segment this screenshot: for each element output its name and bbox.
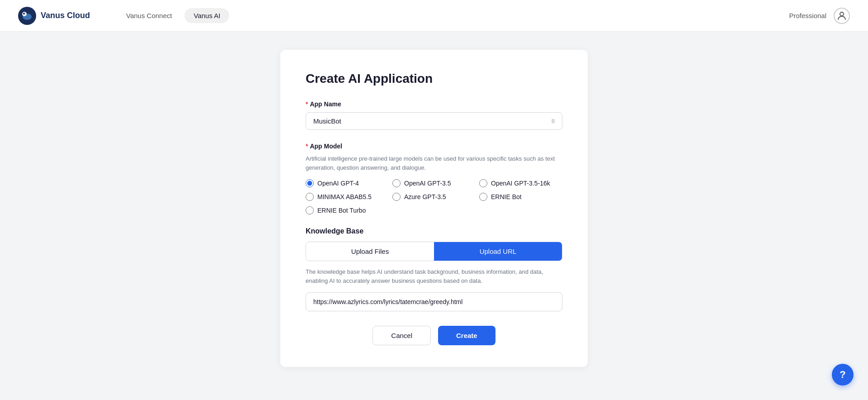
model-erniebot-label: ERNIE Bot bbox=[491, 193, 522, 200]
main-content: Create AI Application * App Name 8 * App… bbox=[0, 32, 868, 385]
radio-erniebot[interactable] bbox=[479, 193, 487, 201]
radio-minimax[interactable] bbox=[306, 193, 314, 201]
model-option-minimax[interactable]: MINIMAX ABAB5.5 bbox=[306, 193, 389, 201]
kb-tab-buttons: Upload Files Upload URL bbox=[306, 242, 562, 261]
model-gpt4-label: OpenAI GPT-4 bbox=[317, 180, 359, 187]
tab-upload-files[interactable]: Upload Files bbox=[306, 242, 434, 261]
knowledge-base-label: Knowledge Base bbox=[306, 227, 562, 235]
url-input[interactable] bbox=[306, 292, 562, 311]
app-name-label: * App Name bbox=[306, 100, 562, 108]
create-app-card: Create AI Application * App Name 8 * App… bbox=[280, 50, 588, 367]
radio-azuregpt35[interactable] bbox=[392, 193, 401, 201]
app-name-input[interactable] bbox=[313, 117, 547, 125]
model-option-gpt4[interactable]: OpenAI GPT-4 bbox=[306, 179, 389, 187]
cancel-button[interactable]: Cancel bbox=[373, 326, 431, 345]
app-name-input-wrapper: 8 bbox=[306, 112, 562, 130]
radio-gpt4[interactable] bbox=[306, 179, 314, 187]
app-name-section: * App Name 8 bbox=[306, 100, 562, 130]
app-model-description: Artificial intelligence pre-trained larg… bbox=[306, 154, 562, 172]
kb-description: The knowledge base helps AI understand t… bbox=[306, 267, 562, 285]
action-buttons: Cancel Create bbox=[306, 326, 562, 345]
main-nav: Vanus Connect Vanus AI bbox=[117, 8, 229, 23]
char-count: 8 bbox=[547, 118, 555, 124]
required-star-model: * bbox=[306, 143, 308, 150]
svg-point-3 bbox=[23, 13, 25, 14]
model-gpt3516k-label: OpenAI GPT-3.5-16k bbox=[491, 180, 550, 187]
help-button[interactable]: ? bbox=[832, 364, 854, 386]
header-right: Professional bbox=[789, 8, 850, 24]
model-option-azuregpt35[interactable]: Azure GPT-3.5 bbox=[392, 193, 476, 201]
radio-gpt3516k[interactable] bbox=[479, 179, 487, 187]
radio-erniebotturbo[interactable] bbox=[306, 206, 314, 214]
model-azuregpt35-label: Azure GPT-3.5 bbox=[404, 193, 446, 200]
model-erniebotturbo-label: ERNIE Bot Turbo bbox=[317, 207, 366, 214]
logo-area: Vanus Cloud bbox=[18, 7, 90, 25]
professional-badge: Professional bbox=[789, 12, 826, 19]
required-star-name: * bbox=[306, 100, 308, 108]
page-title: Create AI Application bbox=[306, 71, 562, 86]
svg-point-4 bbox=[840, 12, 844, 16]
app-model-label: * App Model bbox=[306, 143, 562, 150]
model-option-gpt3516k[interactable]: OpenAI GPT-3.5-16k bbox=[479, 179, 562, 187]
tab-upload-url[interactable]: Upload URL bbox=[434, 242, 562, 261]
knowledge-base-section: Knowledge Base Upload Files Upload URL T… bbox=[306, 227, 562, 311]
nav-vanus-ai[interactable]: Vanus AI bbox=[184, 8, 229, 23]
radio-gpt35[interactable] bbox=[392, 179, 401, 187]
user-avatar[interactable] bbox=[834, 8, 850, 24]
model-gpt35-label: OpenAI GPT-3.5 bbox=[404, 180, 451, 187]
nav-vanus-connect[interactable]: Vanus Connect bbox=[117, 8, 181, 23]
logo-text: Vanus Cloud bbox=[41, 11, 90, 20]
model-option-gpt35[interactable]: OpenAI GPT-3.5 bbox=[392, 179, 476, 187]
vanus-logo-icon bbox=[18, 7, 36, 25]
model-minimax-label: MINIMAX ABAB5.5 bbox=[317, 193, 372, 200]
model-option-erniebotturbo[interactable]: ERNIE Bot Turbo bbox=[306, 206, 389, 214]
app-model-section: * App Model Artificial intelligence pre-… bbox=[306, 143, 562, 214]
create-button[interactable]: Create bbox=[438, 326, 495, 345]
model-options-grid: OpenAI GPT-4 OpenAI GPT-3.5 OpenAI GPT-3… bbox=[306, 179, 562, 214]
app-header: Vanus Cloud Vanus Connect Vanus AI Profe… bbox=[0, 0, 868, 32]
model-option-erniebot[interactable]: ERNIE Bot bbox=[479, 193, 562, 201]
